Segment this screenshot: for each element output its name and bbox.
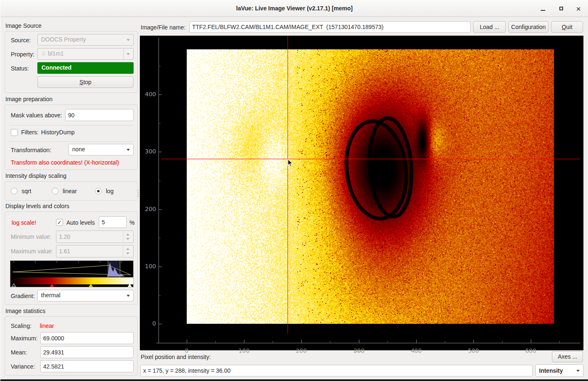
status-badge: Connected	[37, 62, 134, 74]
window-title: laVue: Live Image Viewer (v2.17.1) [memo…	[0, 5, 588, 12]
filters-checkbox[interactable]	[11, 129, 18, 136]
stat-maximum-input[interactable]	[40, 332, 134, 344]
x-tick-label: 400	[407, 347, 425, 354]
channel-combobox[interactable]: Intensity	[535, 364, 583, 377]
image-plot[interactable]: 01002003004005006000100200300400	[140, 36, 583, 350]
section-image-preparation: Image preparation	[5, 96, 53, 102]
chevron-down-icon	[576, 370, 580, 372]
property-label: Property:	[11, 51, 34, 58]
status-label: Status:	[11, 65, 29, 72]
y-tick-label: 300	[140, 148, 156, 155]
spinner-arrows-icon	[123, 246, 133, 257]
stat-mean-label: Mean:	[11, 349, 27, 356]
pixel-position-input[interactable]	[140, 365, 533, 376]
transformation-combobox[interactable]: none	[68, 144, 134, 155]
quit-button[interactable]: Quit	[551, 21, 583, 33]
stat-scaling-value: linear	[40, 323, 54, 329]
chevron-down-icon	[127, 53, 130, 55]
star-icon: ☆	[41, 50, 46, 57]
camera-image-canvas[interactable]	[187, 49, 554, 324]
channel-value: Intensity	[539, 367, 563, 374]
mask-label: Mask values above:	[11, 112, 62, 119]
y-tick-label: 100	[140, 263, 156, 269]
stat-maximum-label: Maximum:	[11, 335, 38, 342]
radio-sqrt[interactable]	[11, 188, 17, 194]
source-label: Source:	[11, 37, 31, 44]
transformation-label: Transformation:	[11, 147, 51, 153]
radio-log-label: log	[106, 188, 114, 194]
histogram-canvas[interactable]	[10, 261, 133, 287]
auto-levels-input[interactable]	[99, 216, 127, 228]
stat-variance-input[interactable]	[40, 360, 134, 372]
stop-button[interactable]: Stop	[37, 76, 134, 88]
image-source-group: Source: DOOCS Property Property: ☆ bl1m1…	[5, 31, 138, 93]
gradient-combobox[interactable]: thermal	[37, 290, 134, 301]
stat-mean-input[interactable]	[40, 346, 134, 358]
app-window: laVue: Live Image Viewer (v2.17.1) [memo…	[0, 0, 588, 381]
section-display-levels: Display levels and colors	[5, 203, 69, 209]
transformation-value: none	[72, 146, 85, 153]
y-tick-label: 0	[140, 320, 156, 327]
filters-label: Filters:	[21, 129, 39, 136]
maximize-button[interactable]	[556, 4, 566, 13]
chevron-down-icon	[127, 149, 130, 151]
min-label: Minimum value:	[11, 233, 51, 240]
source-combobox: DOOCS Property	[37, 34, 134, 46]
y-axis-line	[159, 38, 159, 343]
max-label: Maximum value:	[11, 248, 53, 255]
divider	[9, 141, 134, 142]
x-tick-label: 300	[350, 347, 368, 354]
min-value: 1.20	[59, 233, 70, 240]
crosshair-horizontal	[161, 159, 580, 159]
axes-button[interactable]: Axes ...	[552, 351, 583, 362]
x-tick-label: 500	[464, 347, 483, 354]
section-image-statistics: Image statistics	[5, 308, 45, 314]
property-dropdown-section	[123, 49, 133, 59]
percent-label: %	[129, 219, 134, 226]
title-bar: laVue: Live Image Viewer (v2.17.1) [memo…	[0, 0, 588, 17]
mask-input[interactable]	[65, 109, 134, 121]
display-levels-group: log scale! ✓ Auto levels % Minimum value…	[5, 211, 138, 305]
property-value: bl1m1	[48, 50, 63, 57]
gradient-value: thermal	[41, 292, 61, 298]
source-value: DOOCS Property	[41, 36, 86, 43]
stat-scaling-label: Scaling:	[11, 323, 32, 329]
file-name-label: Image/File name:	[141, 24, 185, 31]
x-tick-label: 200	[292, 347, 310, 354]
configuration-button[interactable]: Configuration	[508, 21, 549, 33]
splitter-handle[interactable]	[138, 190, 139, 197]
mouse-cursor-icon	[288, 159, 293, 167]
y-tick-label: 400	[140, 91, 156, 97]
crosshair-vertical	[288, 36, 288, 334]
x-tick-label: 0	[178, 347, 196, 354]
image-statistics-group: Scaling: linear Maximum: Mean: Variance:	[5, 316, 138, 376]
divider	[9, 125, 134, 126]
gradient-label: Gradient:	[11, 293, 35, 299]
radio-log[interactable]	[95, 188, 102, 194]
x-tick-label: 600	[522, 347, 540, 354]
auto-levels-checkbox[interactable]: ✓	[56, 219, 63, 226]
filters-value: HistoryDump	[41, 129, 75, 136]
histogram-widget[interactable]	[10, 260, 134, 287]
pixel-position-label: Pixel position and intensity:	[141, 354, 211, 360]
chevron-down-icon	[127, 39, 130, 41]
transform-warning: Transform also coordinates! (X-horizonta…	[11, 159, 119, 166]
x-tick-label: 100	[235, 347, 253, 354]
max-value: 1.61	[59, 248, 70, 255]
close-button[interactable]: ✕	[574, 4, 583, 13]
file-name-input[interactable]	[189, 21, 471, 33]
splitter-handle[interactable]	[354, 351, 361, 352]
auto-levels-label: Auto levels	[66, 219, 95, 226]
property-combobox: ☆ bl1m1	[37, 48, 134, 60]
stat-variance-label: Variance:	[11, 363, 35, 370]
intensity-scaling-group: sqrt linear log	[5, 181, 138, 201]
image-preparation-group: Mask values above: Filters: HistoryDump …	[5, 104, 138, 170]
max-spinbox: 1.61	[56, 245, 134, 257]
minimize-button[interactable]	[538, 4, 547, 13]
section-image-source: Image Source	[5, 22, 41, 29]
radio-linear[interactable]	[52, 188, 59, 194]
section-intensity-scaling: Intensity display scaling	[5, 172, 66, 179]
load-button[interactable]: Load ...	[473, 21, 506, 33]
window-bottom-edge	[0, 379, 588, 381]
spinner-arrows-icon	[123, 231, 133, 242]
